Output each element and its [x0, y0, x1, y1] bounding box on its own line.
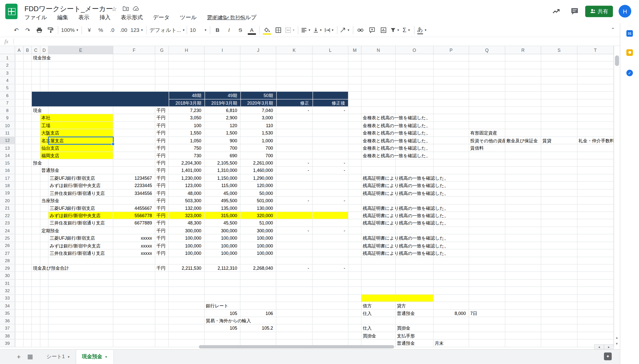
cell-H25[interactable]: 100,000 [169, 235, 203, 242]
cell-H22[interactable]: 323,000 [169, 212, 203, 219]
cell-I22[interactable]: 315,000 [204, 212, 239, 219]
cell-G11[interactable]: 千円 [155, 129, 165, 137]
column-header-P[interactable]: P [433, 46, 469, 54]
select-all-corner[interactable] [0, 46, 15, 54]
menu-0[interactable]: ファイル [25, 14, 47, 21]
cell-I23[interactable]: 45,500 [204, 219, 239, 227]
cell-O38[interactable]: 支払手形 [396, 332, 415, 340]
menu-6[interactable]: ツール [180, 14, 197, 21]
column-header-M[interactable]: M [348, 46, 361, 54]
cell-L24[interactable]: - [312, 227, 347, 235]
cell-K7[interactable]: 修正 [276, 99, 311, 107]
format-currency-button[interactable]: ¥ [84, 25, 95, 35]
row-header-31[interactable]: 31 [0, 280, 15, 287]
share-button[interactable]: 共有 [585, 6, 613, 17]
cell-I25[interactable]: 100,000 [204, 235, 239, 242]
scroll-up-arrow[interactable]: ▲ [614, 336, 620, 339]
fill-color-button[interactable] [261, 25, 272, 35]
cell-H6[interactable]: 48期 [169, 92, 203, 99]
row-header-30[interactable]: 30 [0, 272, 15, 280]
tasks-icon[interactable]: ✓ [626, 70, 633, 76]
cell-N14[interactable]: 金種表と残高の一致を確認した。 [361, 152, 430, 160]
column-header-A[interactable]: A [15, 46, 24, 54]
row-header-9[interactable]: 9 [0, 114, 15, 122]
column-header-K[interactable]: K [276, 46, 312, 54]
cell-L7[interactable]: 修正後 [312, 99, 347, 107]
cell-J37[interactable]: 105.2 [240, 325, 275, 332]
row-header-17[interactable]: 17 [0, 174, 15, 182]
cell-C8[interactable]: 現金 [32, 107, 42, 114]
cell-N9[interactable]: 金種表と残高の一致を確認した。 [361, 114, 430, 122]
cell-J20[interactable]: 501,000 [240, 197, 275, 204]
cell-N22[interactable]: 残高証明書により残高の一致を確認した。 [361, 212, 449, 219]
cell-H8[interactable]: 7,230 [169, 107, 203, 114]
cell-J7[interactable]: 2020年3月期 [240, 99, 275, 107]
redo-button[interactable]: ↷ [22, 25, 33, 35]
cell-Q13[interactable]: 賃借料 [469, 144, 484, 152]
row-header-22[interactable]: 22 [0, 212, 15, 219]
column-header-H[interactable]: H [169, 46, 204, 54]
cell-N37[interactable]: 仕入 [361, 325, 372, 332]
column-header-N[interactable]: N [361, 46, 396, 54]
sheet-tab-0[interactable]: シート1▼ [41, 350, 76, 364]
cell-I19[interactable]: 45,000 [204, 189, 239, 197]
collapse-toolbar-button[interactable]: ⌃ [609, 26, 617, 34]
row-header-15[interactable]: 15 [0, 159, 15, 167]
cell-G21[interactable]: 千円 [155, 204, 165, 212]
cell-F25[interactable]: xxxxx [113, 235, 154, 242]
cell-J22[interactable]: 320,000 [240, 212, 275, 219]
cell-N12[interactable]: 金種表と残高の一致を確認した。 [361, 137, 430, 144]
cell-F18[interactable]: 2233445 [113, 182, 154, 190]
cell-I21[interactable]: 135,000 [204, 204, 239, 212]
cell-J17[interactable]: 1,290,000 [240, 174, 275, 182]
row-header-13[interactable]: 13 [0, 144, 15, 152]
cell-H11[interactable]: 1,550 [169, 129, 203, 137]
cell-G15[interactable]: 千円 [155, 159, 165, 167]
cell-D24[interactable]: 定期預金 [40, 227, 59, 235]
cell-F23[interactable]: 6677889 [113, 219, 154, 227]
row-header-26[interactable]: 26 [0, 242, 15, 249]
cell-N10[interactable]: 金種表と残高の一致を確認した。 [361, 122, 430, 129]
cell-H7[interactable]: 2018年3月期 [169, 99, 203, 107]
cell-I12[interactable]: 900 [204, 137, 239, 144]
text-color-button[interactable]: A [246, 25, 258, 35]
cell-I18[interactable]: 115,000 [204, 182, 239, 190]
star-icon[interactable]: ☆ [111, 6, 118, 12]
cell-J26[interactable]: 100,000 [240, 242, 275, 249]
cell-H29[interactable]: 2,211,530 [169, 264, 203, 272]
insights-icon[interactable] [552, 7, 561, 17]
row-header-11[interactable]: 11 [0, 129, 15, 137]
cell-G22[interactable]: 千円 [155, 212, 165, 219]
row-header-21[interactable]: 21 [0, 204, 15, 212]
cell-I20[interactable]: 495,500 [204, 197, 239, 204]
cell-G20[interactable]: 千円 [155, 197, 165, 204]
cell-G26[interactable]: 千円 [155, 242, 165, 249]
row-header-23[interactable]: 23 [0, 219, 15, 227]
cell-I9[interactable]: 2,900 [204, 114, 239, 122]
row-header-28[interactable]: 28 [0, 257, 15, 265]
row-header-32[interactable]: 32 [0, 287, 15, 295]
cell-I13[interactable]: 700 [204, 144, 239, 152]
cell-Q35[interactable]: 7日 [469, 310, 477, 317]
cell-J29[interactable]: 2,268,040 [240, 264, 275, 272]
vertical-scrollbar[interactable] [614, 46, 620, 347]
cell-O37[interactable]: 買掛金 [396, 325, 410, 332]
cell-I34[interactable]: 銀行レート [204, 302, 228, 310]
cell-I37[interactable]: 105 [204, 325, 239, 332]
filter-button[interactable]: ▼ [389, 25, 401, 35]
cell-I27[interactable]: 100,000 [204, 249, 239, 257]
cell-N34[interactable]: 借方 [361, 302, 372, 310]
row-header-25[interactable]: 25 [0, 235, 15, 242]
cell-I7[interactable]: 2019年3月期 [204, 99, 239, 107]
formula-bar[interactable]: fx [0, 37, 620, 46]
cell-G14[interactable]: 千円 [155, 152, 165, 160]
cell-H18[interactable]: 123,000 [169, 182, 203, 190]
cell-D13[interactable]: 仙台支店 [40, 144, 59, 152]
cell-J14[interactable]: 700 [240, 152, 275, 160]
sheet-tab-1[interactable]: 現金預金▼ [76, 350, 113, 364]
cell-G24[interactable]: 千円 [155, 227, 165, 235]
cell-J10[interactable]: 110 [240, 122, 275, 129]
cell-G16[interactable]: 千円 [155, 167, 165, 174]
cell-G10[interactable]: 千円 [155, 122, 165, 129]
cell-J8[interactable]: 7,040 [240, 107, 275, 114]
